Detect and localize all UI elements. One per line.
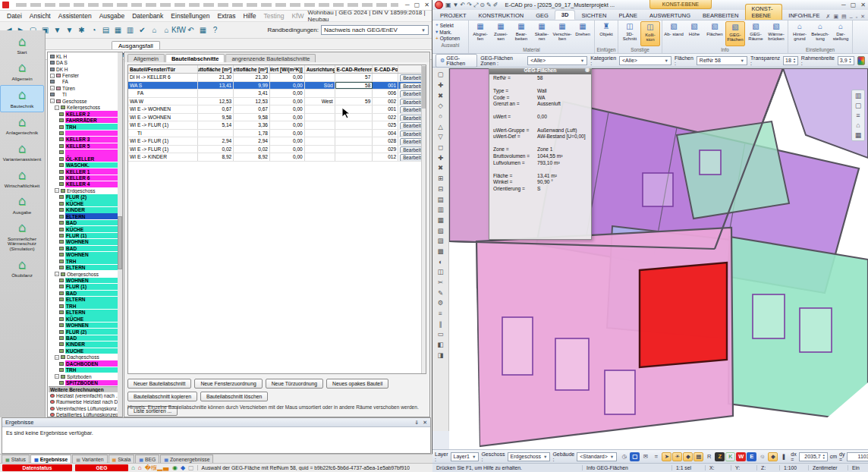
color-palette-icon[interactable] [857, 56, 865, 65]
tool-icon[interactable]: ◐ [436, 256, 446, 266]
bauteil-tab[interactable]: angrenzende Bauteilabschnitte [225, 54, 316, 62]
tree-row[interactable]: − BAD [49, 335, 122, 341]
bauteil-action-button[interactable]: Neue Türzuordnung [266, 379, 323, 389]
tool-icon[interactable]: ▧ [436, 225, 446, 235]
tree-row[interactable]: − KELLER 6 [49, 175, 122, 181]
mini-tool-icon[interactable]: ▢ [855, 102, 862, 109]
toolbar-icon[interactable]: ↶ [185, 24, 197, 36]
pin-icon[interactable]: ⇓ [414, 420, 419, 426]
expand-collapse-icon[interactable]: − [55, 105, 59, 110]
tool-icon[interactable]: ✂ [436, 278, 446, 288]
toolbar-icon[interactable]: KfW [173, 24, 184, 36]
view-tool-icon[interactable]: ◷ [619, 452, 629, 461]
tree-row[interactable]: − FAHRRÄDER [49, 117, 122, 123]
expand-collapse-icon[interactable]: − [50, 74, 55, 78]
tree-row[interactable]: − BAD [49, 245, 122, 251]
tree-row[interactable]: − BAD [49, 290, 122, 296]
tool-icon[interactable]: ≡ [436, 309, 446, 319]
tree-row[interactable]: − ELTERN [49, 213, 122, 219]
dx-input[interactable]: 2035,7 ▲▼ [799, 452, 828, 461]
table-row[interactable]: WI E -> KINDER 8,92 8,92 0,00 012 Bearbe… [128, 153, 426, 162]
tree-row[interactable]: − TRH [49, 258, 122, 264]
status-icon-recycle[interactable]: ⌂ [131, 464, 135, 471]
tree-row[interactable]: − KELLER 4 [49, 181, 122, 187]
tree-row[interactable]: − ELTERN [49, 310, 122, 316]
status-icon-drop[interactable]: ◆ [181, 464, 185, 471]
mini-tool-icon[interactable]: ≡ [856, 112, 860, 119]
view-tool-icon[interactable]: ➤ [662, 452, 671, 461]
tree-row[interactable]: − FLUR (2) [49, 329, 122, 335]
layer-select[interactable]: Layer1▼ [451, 452, 480, 461]
tree-row[interactable]: − KINDER [49, 207, 122, 213]
mdi-restore-icon[interactable]: ▫ [856, 14, 857, 20]
tool-icon[interactable]: ⊞ [436, 174, 446, 184]
optionen-button[interactable]: +Optionen [436, 36, 465, 41]
ribbon-button[interactable]: ⌂ Dar- stellung [831, 21, 851, 46]
toolbar-icon[interactable]: ✱ [76, 24, 87, 36]
ribbon-button[interactable]: ▦ Bear- beiten [511, 21, 531, 46]
toolbar-icon[interactable]: ? [209, 24, 221, 36]
table-row[interactable]: DI H -> KELLER 6 21,30 21,30 0,00 57 Bea… [128, 74, 426, 82]
mark-button[interactable]: ▾Mark. [436, 29, 465, 35]
toolbar-icon[interactable]: ▼ [52, 24, 63, 36]
tree-row[interactable]: − TI [49, 92, 122, 98]
transparenz-spinner[interactable]: 18 ▲▼ [783, 56, 798, 65]
sidebar-item[interactable]: ⌂ Ausgabe [0, 192, 44, 219]
tree-row[interactable]: − WOHNEN [49, 252, 122, 258]
expand-collapse-icon[interactable]: − [55, 374, 59, 379]
tool-icon[interactable]: ⊟ [436, 184, 446, 194]
ribbon-tab[interactable]: BEARBEITEN [697, 11, 745, 20]
ribbon-button[interactable]: ▦ Verschie- ben [552, 21, 572, 46]
toolbar-icon[interactable]: ✔ [137, 24, 148, 36]
tree-row[interactable]: − [49, 130, 122, 136]
bauteil-action-button[interactable]: Neuer Bauteilabschnitt [127, 379, 191, 389]
expand-collapse-icon[interactable]: − [50, 99, 55, 103]
ribbon-button[interactable]: ▧ Höhe [684, 21, 704, 46]
toolbar-icon[interactable]: ⌂ [149, 24, 160, 36]
tree-row[interactable]: − Erdgeschoss [49, 187, 122, 194]
ribbon-button[interactable]: ◫ 3D- Schnitt [620, 21, 640, 46]
tree-row[interactable]: − Geschosse [49, 98, 122, 104]
ribbon-button[interactable]: ▦ Zuwei- sen [491, 21, 511, 46]
ribbon-tab[interactable]: 3D [555, 10, 576, 20]
tool-icon[interactable]: ✚ [436, 80, 446, 90]
bottom-tab[interactable]: ▦ BEG [135, 455, 159, 463]
close-icon[interactable]: ✕ [860, 2, 866, 8]
tree-row[interactable]: − WOHNEN [49, 239, 122, 245]
ribbon-button[interactable]: ⌂ Hinter- grund [790, 21, 810, 46]
toolbar-icon[interactable]: ◔ [88, 24, 99, 36]
tree-row[interactable]: − Fenster [49, 72, 122, 78]
view-tool-icon[interactable]: ☀ [672, 452, 682, 461]
tree-row[interactable]: − SPITZBODEN [49, 379, 122, 385]
tree-row[interactable]: − Kellergeschoss [49, 105, 122, 111]
toolbar-icon[interactable]: ▦ [112, 24, 124, 36]
bauteil-tab[interactable]: Allgemein [127, 54, 165, 62]
tree-row[interactable]: − TRH [49, 124, 122, 130]
ribbon-button[interactable]: ◫ Kolli- sion [640, 21, 660, 46]
tree-row[interactable]: − Dachgeschoss [49, 354, 122, 360]
sidebar-item[interactable]: ⌂ Allgemein [0, 58, 44, 85]
tool-icon[interactable]: ▦ [436, 216, 446, 225]
menu-item[interactable]: Einstellungen [167, 12, 213, 20]
bauteil-action-button[interactable]: Neues opakes Bauteil [326, 379, 388, 389]
sidebar-item[interactable]: ⌂ Variantenassistent [0, 139, 44, 165]
tool-icon[interactable]: ▨ [436, 236, 446, 246]
tree-row[interactable]: − Weitere Berechnungen [49, 386, 122, 392]
tool-icon[interactable]: ▤ [436, 194, 446, 204]
geg-flaechen-button[interactable]: ⚙ GEG-Flächen [436, 54, 477, 68]
tree-row[interactable]: − WOHNEN [49, 277, 122, 283]
menu-item[interactable]: Testing [260, 12, 288, 20]
selekt-button[interactable]: ⌖Selekt [436, 22, 465, 28]
mini-tool-icon[interactable]: ▦ [855, 131, 862, 139]
table-row[interactable]: TI 1,78 0,00 004 Bearbeiten [128, 130, 426, 138]
ribbon-tab[interactable]: KONSTRUKTION [473, 11, 530, 20]
view-tool-icon[interactable]: ▦ [693, 452, 703, 461]
bottom-tab[interactable]: ▦ Skala [108, 455, 135, 463]
view-tool-icon[interactable]: E [747, 452, 756, 461]
table-row[interactable]: WA W 12,53 12,53 0,00 West 59 002 Bearbe… [128, 98, 426, 106]
toolbar-icon[interactable]: ▥ [124, 24, 136, 36]
view-tool-icon[interactable]: K [725, 452, 735, 461]
pin-ribbon-icon[interactable]: ✗ [826, 14, 831, 20]
tree-row[interactable]: − DK H [49, 66, 122, 72]
menu-item[interactable]: Ansicht [26, 12, 55, 20]
